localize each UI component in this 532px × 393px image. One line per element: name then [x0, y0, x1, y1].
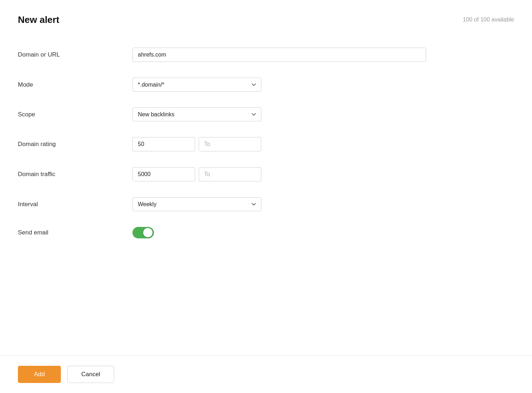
- page-title: New alert: [18, 14, 59, 25]
- form-row-scope: Scope New backlinks Lost backlinks New a…: [18, 100, 514, 129]
- domain-label: Domain or URL: [18, 51, 132, 58]
- available-count: 100 of 100 available: [463, 16, 514, 23]
- domain-control-area: [132, 48, 514, 62]
- domain-rating-control-area: [132, 137, 514, 151]
- cancel-button[interactable]: Cancel: [67, 366, 114, 383]
- main-content: New alert 100 of 100 available Domain or…: [0, 0, 532, 355]
- mode-select[interactable]: *.domain/* domain.com domain.com/* exact…: [132, 78, 261, 92]
- domain-traffic-label: Domain traffic: [18, 171, 132, 178]
- form-row-domain-rating: Domain rating: [18, 129, 514, 159]
- form-row-send-email: Send email: [18, 219, 514, 246]
- page-container: New alert 100 of 100 available Domain or…: [0, 0, 532, 393]
- form-row-domain: Domain or URL: [18, 40, 514, 70]
- interval-control-area: Daily Weekly Monthly: [132, 197, 514, 211]
- form-row-mode: Mode *.domain/* domain.com domain.com/* …: [18, 70, 514, 100]
- domain-traffic-from-input[interactable]: [132, 167, 195, 181]
- form-row-domain-traffic: Domain traffic: [18, 159, 514, 189]
- form-body: Domain or URL Mode *.domain/* domain.com…: [18, 40, 514, 246]
- domain-rating-from-input[interactable]: [132, 137, 195, 151]
- mode-control-area: *.domain/* domain.com domain.com/* exact…: [132, 78, 514, 92]
- scope-select[interactable]: New backlinks Lost backlinks New and los…: [132, 107, 261, 121]
- send-email-control-area: [132, 227, 514, 238]
- domain-rating-label: Domain rating: [18, 141, 132, 148]
- toggle-wrapper: [132, 227, 154, 238]
- domain-input[interactable]: [132, 48, 426, 62]
- domain-traffic-control-area: [132, 167, 514, 181]
- footer-bar: Add Cancel: [0, 355, 532, 393]
- form-row-interval: Interval Daily Weekly Monthly: [18, 189, 514, 219]
- send-email-toggle[interactable]: [132, 227, 154, 238]
- add-button[interactable]: Add: [18, 366, 61, 383]
- domain-traffic-to-input[interactable]: [199, 167, 261, 181]
- scope-control-area: New backlinks Lost backlinks New and los…: [132, 107, 514, 121]
- header-row: New alert 100 of 100 available: [18, 14, 514, 25]
- interval-select[interactable]: Daily Weekly Monthly: [132, 197, 261, 211]
- interval-label: Interval: [18, 201, 132, 208]
- send-email-label: Send email: [18, 229, 132, 236]
- scope-label: Scope: [18, 111, 132, 118]
- mode-label: Mode: [18, 81, 132, 88]
- domain-rating-to-input[interactable]: [199, 137, 261, 151]
